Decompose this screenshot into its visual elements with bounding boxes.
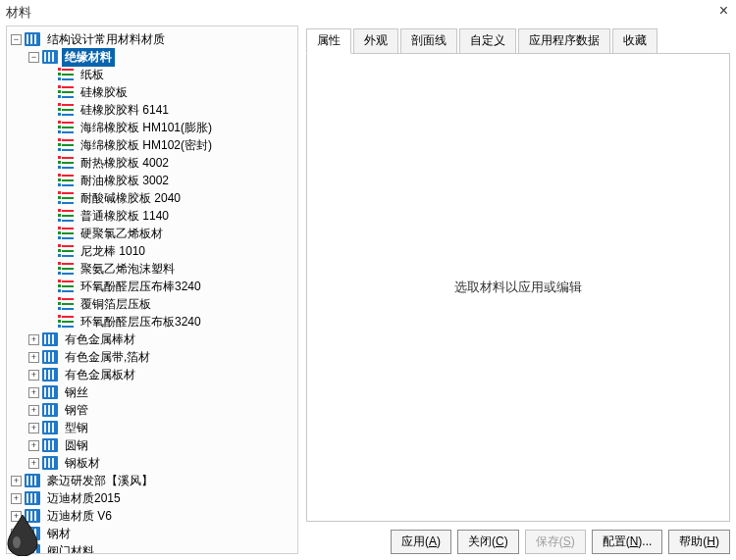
expand-icon[interactable]: +: [11, 476, 22, 486]
close-icon[interactable]: ×: [719, 4, 728, 18]
material-tree[interactable]: − 结构设计常用材料材质 − 绝缘材料 纸板 硅橡胶板 硅橡胶胶料 6141 海…: [6, 25, 298, 554]
tree-item[interactable]: 耐热橡胶板 4002: [7, 154, 297, 172]
tree-category[interactable]: +钢丝: [7, 383, 297, 401]
material-icon: [58, 227, 74, 240]
collapse-icon[interactable]: −: [11, 34, 22, 45]
material-icon: [58, 103, 74, 117]
tree-category[interactable]: +型钢: [7, 419, 297, 436]
expand-icon[interactable]: +: [28, 458, 39, 469]
material-icon: [58, 262, 74, 276]
tree-category-label: 有色金属棒材: [62, 331, 138, 349]
material-icon: [58, 138, 74, 152]
collapse-icon[interactable]: −: [28, 52, 39, 63]
tree-category-label: 钢丝: [62, 383, 91, 402]
tree-root-label: 结构设计常用材料材质: [44, 30, 168, 49]
tree-item-label: 海绵橡胶板 HM101(膨胀): [78, 119, 215, 137]
tree-item[interactable]: 耐油橡胶板 3002: [7, 172, 297, 189]
tree-category[interactable]: +豪迈研发部【溪风】: [7, 472, 297, 489]
expand-icon[interactable]: +: [28, 387, 39, 398]
expand-icon[interactable]: +: [11, 493, 22, 504]
tree-category[interactable]: +有色金属带,箔材: [7, 348, 297, 366]
tree-item-label: 普通橡胶板 1140: [78, 207, 172, 226]
expand-icon[interactable]: +: [11, 511, 22, 522]
tree-item[interactable]: 普通橡胶板 1140: [7, 207, 297, 225]
tree-item[interactable]: 海绵橡胶板 HM102(密封): [7, 136, 297, 154]
tree-category[interactable]: +有色金属板材: [7, 366, 297, 383]
button-row: 应用(A) 关闭(C) 保存(S) 配置(N)... 帮助(H): [306, 522, 730, 554]
tree-item[interactable]: 覆铜箔层压板: [7, 295, 297, 313]
tab-appdata[interactable]: 应用程序数据: [518, 28, 610, 54]
tab-appearance[interactable]: 外观: [353, 28, 398, 54]
tree-item-label: 硅橡胶胶料 6141: [78, 101, 172, 120]
tree-item[interactable]: 硅橡胶板: [7, 83, 297, 101]
apply-button[interactable]: 应用(A): [391, 530, 451, 554]
category-icon: [42, 332, 58, 346]
save-button: 保存(S): [525, 530, 586, 554]
tree-category[interactable]: +迈迪材质2015: [7, 489, 297, 507]
material-icon: [58, 191, 74, 205]
tree-category[interactable]: +钢板材: [7, 454, 297, 472]
tree-item[interactable]: 纸板: [7, 66, 297, 83]
tree-item[interactable]: 聚氨乙烯泡沫塑料: [7, 260, 297, 278]
expand-icon[interactable]: +: [28, 440, 39, 451]
expand-icon[interactable]: +: [11, 529, 22, 539]
titlebar: 材料 ×: [0, 0, 736, 24]
tree-category[interactable]: +迈迪材质 V6: [7, 507, 297, 525]
tree-item-label: 海绵橡胶板 HM102(密封): [78, 136, 215, 155]
tree-category[interactable]: +圆钢: [7, 436, 297, 454]
category-icon: [25, 544, 40, 554]
tree-item-label: 耐油橡胶板 3002: [78, 172, 172, 190]
material-dialog: 材料 × − 结构设计常用材料材质 − 绝缘材料 纸板 硅橡胶板 硅橡胶胶料 6…: [0, 0, 736, 560]
category-icon: [42, 50, 58, 64]
tab-content: 选取材料以应用或编辑: [306, 53, 730, 522]
help-button[interactable]: 帮助(H): [668, 530, 730, 554]
category-icon: [25, 527, 40, 540]
tabbar: 属性 外观 剖面线 自定义 应用程序数据 收藏: [306, 27, 730, 53]
tree-item[interactable]: 硬聚氯乙烯板材: [7, 225, 297, 242]
material-icon: [58, 315, 74, 329]
close-button[interactable]: 关闭(C): [457, 530, 519, 554]
category-icon: [25, 509, 40, 523]
tree-category-label: 有色金属板材: [62, 366, 138, 384]
tree-item-label: 环氧酚醛层压布棒3240: [78, 278, 204, 296]
tree-category-label: 圆钢: [62, 436, 91, 455]
tab-custom[interactable]: 自定义: [459, 28, 516, 54]
expand-icon[interactable]: +: [28, 352, 39, 363]
tree-item-label: 硬聚氯乙烯板材: [78, 225, 166, 243]
category-icon: [42, 421, 58, 434]
tree-item[interactable]: 海绵橡胶板 HM101(膨胀): [7, 119, 297, 136]
tree-category-label: 钢材: [44, 525, 74, 543]
tree-item[interactable]: 硅橡胶胶料 6141: [7, 101, 297, 119]
tree-item[interactable]: 环氧酚醛层压布棒3240: [7, 278, 297, 295]
tree-category-label: 型钢: [62, 419, 91, 437]
tree-category[interactable]: +有色金属棒材: [7, 331, 297, 348]
material-icon: [58, 68, 74, 81]
tree-category[interactable]: +钢材: [7, 525, 297, 542]
tree-category-label: 迈迪材质2015: [44, 489, 124, 508]
expand-icon[interactable]: +: [28, 405, 39, 416]
category-icon: [42, 456, 58, 470]
material-icon: [58, 209, 74, 223]
window-title: 材料: [6, 4, 31, 22]
tree-item[interactable]: 耐酸碱橡胶板 2040: [7, 189, 297, 207]
tree-item[interactable]: 环氧酚醛层压布板3240: [7, 313, 297, 331]
config-button[interactable]: 配置(N)...: [592, 530, 663, 554]
expand-icon[interactable]: +: [28, 334, 39, 345]
material-icon: [58, 156, 74, 170]
tree-item-label: 耐热橡胶板 4002: [78, 154, 172, 173]
category-icon: [42, 368, 58, 382]
tree-root[interactable]: − 结构设计常用材料材质: [7, 30, 297, 48]
tree-item[interactable]: 尼龙棒 1010: [7, 242, 297, 260]
tree-item-label: 纸板: [78, 66, 107, 84]
tree-category-label: 钢板材: [62, 454, 103, 473]
tab-properties[interactable]: 属性: [306, 28, 351, 54]
tree-category[interactable]: 阀门材料: [7, 542, 297, 554]
tree-category[interactable]: − 绝缘材料: [7, 48, 297, 66]
category-icon: [42, 438, 58, 452]
tree-item-label: 耐酸碱橡胶板 2040: [78, 189, 184, 208]
expand-icon[interactable]: +: [28, 370, 39, 381]
expand-icon[interactable]: +: [28, 423, 39, 433]
tab-hatch[interactable]: 剖面线: [400, 28, 457, 54]
tree-category[interactable]: +钢管: [7, 401, 297, 419]
tab-favorites[interactable]: 收藏: [612, 28, 657, 54]
